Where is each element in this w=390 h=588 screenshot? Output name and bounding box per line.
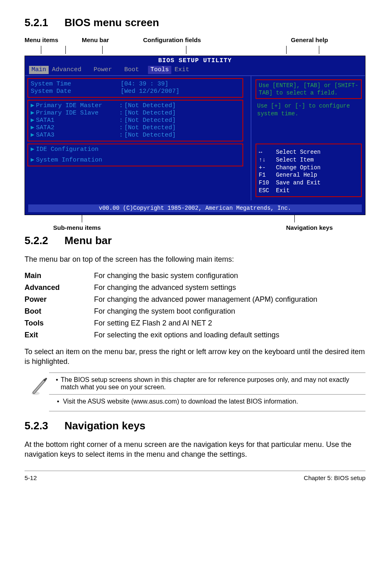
heading-521: 5.2.1 BIOS menu screen (25, 16, 365, 29)
triangle-icon: ▶ (31, 132, 34, 139)
help-text-1: Use [ENTER], [TAB] or [SHIFT-TAB] to sel… (259, 82, 359, 97)
menu-desc-row: ExitFor selecting the exit options and l… (25, 329, 317, 341)
note-icon (25, 376, 53, 408)
menu-desc-row: PowerFor changing the advanced power man… (25, 294, 317, 305)
diagram-bottom-ticks (25, 215, 365, 222)
heading-522: 5.2.2 Menu bar (25, 234, 365, 247)
heading-num: 5.2.1 (25, 16, 48, 29)
menu-desc-row: ToolsFor setting EZ Flash 2 and AI NET 2 (25, 317, 317, 329)
bios-window: BIOS SETUP UTILITY Main Advanced Power B… (25, 56, 365, 215)
triangle-icon: ▶ (31, 157, 34, 164)
note-1: • The BIOS setup screens shown in this c… (53, 376, 365, 391)
menubar-select-text: To select an item on the menu bar, press… (25, 347, 365, 367)
nav-key-row: ↑↓Select Item (259, 156, 359, 164)
tab-exit[interactable]: Exit (171, 66, 198, 74)
tab-boot[interactable]: Boot (121, 66, 148, 74)
nav-key-row: ESCExit (259, 187, 359, 195)
nav-key-row: ↔Select Screen (259, 148, 359, 156)
help-text-2: Use [+] or [-] to configure system time. (256, 102, 362, 117)
heading-num: 5.2.2 (25, 234, 48, 247)
menubar-intro: The menu bar on top of the screen has th… (25, 254, 365, 264)
nav-key-row: F10Save and Exit (259, 179, 359, 187)
nav-key-row: F1General Help (259, 171, 359, 179)
tab-main[interactable]: Main (29, 66, 49, 74)
nav-para: At the bottom right corner of a menu scr… (25, 440, 365, 460)
heading-523: 5.2.3 Navigation keys (25, 420, 365, 432)
label-menu-items: Menu items (25, 36, 82, 43)
triangle-icon: ▶ (31, 110, 34, 117)
heading-text: Navigation keys (65, 420, 146, 432)
note-box: • The BIOS setup screens shown in this c… (49, 373, 365, 411)
menu-desc-row: AdvancedFor changing the advanced system… (25, 282, 317, 294)
triangle-icon: ▶ (31, 102, 34, 110)
drive-row[interactable]: ▶SATA3:[Not Detected] (31, 132, 240, 139)
label-general-help: General help (253, 36, 365, 43)
bios-right-pane: Use [ENTER], [TAB] or [SHIFT-TAB] to sel… (251, 76, 365, 200)
heading-num: 5.2.3 (25, 420, 48, 432)
drives-group: ▶Primary IDE Master:[Not Detected]▶Prima… (27, 100, 243, 141)
drive-row[interactable]: ▶SATA1:[Not Detected] (31, 117, 240, 124)
note-2: • Visit the ASUS website (www.asus.com) … (53, 398, 365, 405)
menu-desc-row: MainFor changing the basic system config… (25, 270, 317, 282)
bios-left-pane: System Time [04: 39 : 39] System Date [W… (25, 76, 251, 200)
triangle-icon: ▶ (31, 146, 34, 153)
chapter-label: Chapter 5: BIOS setup (304, 474, 365, 481)
menu-desc-row: BootFor changing the system boot configu… (25, 305, 317, 317)
triangle-icon: ▶ (31, 124, 34, 132)
diagram-top-labels: Menu items Menu bar Configuration fields… (25, 36, 365, 43)
drive-row[interactable]: ▶SATA2:[Not Detected] (31, 124, 240, 132)
triangle-icon: ▶ (31, 117, 34, 124)
tab-advanced[interactable]: Advanced (49, 66, 90, 74)
bios-footer: v00.00 (C)Copyright 1985-2002, American … (28, 204, 362, 212)
nav-key-row: +-Change Option (259, 164, 359, 172)
bios-menubar[interactable]: Main Advanced Power Boot Tools Exit (25, 65, 365, 76)
page-number: 5-12 (25, 474, 37, 481)
drive-row[interactable]: ▶Primary IDE Master:[Not Detected] (31, 102, 240, 110)
submenu-row[interactable]: ▶IDE Configuration (31, 146, 240, 153)
tab-power[interactable]: Power (90, 66, 121, 74)
submenus-group: ▶IDE Configuration▶System Information (27, 144, 243, 166)
diagram-top-ticks (25, 46, 365, 55)
label-sub-menu: Sub-menu items (25, 224, 147, 231)
nav-keys-box: ↔Select Screen↑↓Select Item+-Change Opti… (256, 144, 362, 197)
label-nav-keys: Navigation keys (147, 224, 365, 231)
label-menu-bar: Menu bar (82, 36, 143, 43)
field-system-date[interactable]: System Date [Wed 12/26/2007] (31, 88, 240, 95)
bios-title: BIOS SETUP UTILITY (25, 56, 365, 65)
tab-tools[interactable]: Tools (148, 66, 171, 74)
menubar-table: MainFor changing the basic system config… (25, 270, 317, 341)
label-config-fields: Configuration fields (143, 36, 253, 43)
field-system-time[interactable]: System Time [04: 39 : 39] (31, 81, 240, 88)
page-footer: 5-12 Chapter 5: BIOS setup (25, 471, 365, 481)
diagram-bottom-labels: Sub-menu items Navigation keys (25, 224, 365, 231)
heading-text: Menu bar (65, 234, 112, 247)
heading-text: BIOS menu screen (65, 16, 159, 29)
drive-row[interactable]: ▶Primary IDE Slave:[Not Detected] (31, 110, 240, 117)
help-box-1: Use [ENTER], [TAB] or [SHIFT-TAB] to sel… (256, 79, 362, 99)
submenu-row[interactable]: ▶System Information (31, 157, 240, 164)
system-time-date-group: System Time [04: 39 : 39] System Date [W… (27, 78, 243, 98)
